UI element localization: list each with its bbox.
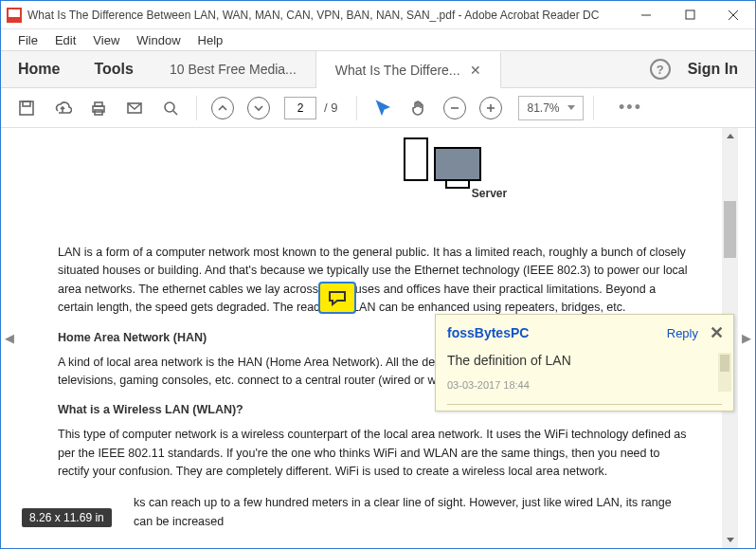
doc-tab-1[interactable]: 10 Best Free Media... bbox=[151, 51, 316, 87]
zoom-out-button[interactable] bbox=[439, 92, 471, 124]
menu-help[interactable]: Help bbox=[190, 32, 231, 48]
page-down-button[interactable] bbox=[243, 92, 275, 124]
menu-file[interactable]: File bbox=[10, 32, 45, 48]
monitor-icon bbox=[434, 147, 481, 181]
cloud-button[interactable] bbox=[46, 92, 79, 124]
minimize-button[interactable] bbox=[624, 1, 668, 29]
menu-view[interactable]: View bbox=[85, 32, 127, 48]
titlebar: What Is The Difference Between LAN, WAN,… bbox=[1, 1, 755, 29]
comment-body: The definition of LAN bbox=[436, 347, 733, 372]
svg-rect-1 bbox=[686, 10, 694, 19]
help-icon[interactable]: ? bbox=[650, 59, 671, 80]
svg-rect-7 bbox=[95, 102, 102, 106]
zoom-in-button[interactable] bbox=[475, 92, 507, 124]
page-number-input[interactable] bbox=[284, 97, 316, 119]
tab-tools[interactable]: Tools bbox=[77, 51, 150, 87]
zoom-select[interactable]: 81.7% bbox=[518, 96, 583, 120]
pointer-tool[interactable] bbox=[367, 92, 399, 124]
tab-row: Home Tools 10 Best Free Media... What Is… bbox=[1, 50, 755, 88]
maximize-button[interactable] bbox=[668, 1, 711, 29]
print-button[interactable] bbox=[82, 92, 115, 124]
save-button[interactable] bbox=[10, 92, 43, 124]
close-button[interactable] bbox=[711, 1, 755, 29]
adobe-icon bbox=[7, 8, 22, 23]
comment-date: 03-03-2017 18:44 bbox=[436, 372, 733, 400]
chevron-down-icon bbox=[567, 105, 575, 110]
right-panel-handle[interactable]: ▶ bbox=[738, 128, 755, 548]
hand-tool[interactable] bbox=[403, 92, 435, 124]
tab-home[interactable]: Home bbox=[1, 51, 77, 87]
comment-popup: fossBytesPC Reply ✕ The definition of LA… bbox=[435, 314, 734, 412]
sign-in-button[interactable]: Sign In bbox=[688, 61, 738, 78]
scroll-down-icon[interactable] bbox=[722, 532, 738, 548]
comment-close-button[interactable]: ✕ bbox=[710, 322, 724, 343]
window-title: What Is The Difference Between LAN, WAN,… bbox=[27, 9, 624, 22]
comment-reply-button[interactable]: Reply bbox=[667, 326, 698, 340]
scroll-thumb[interactable] bbox=[724, 201, 736, 258]
page-up-button[interactable] bbox=[207, 92, 239, 124]
page-total: / 9 bbox=[320, 101, 341, 115]
comment-author[interactable]: fossBytesPC bbox=[447, 325, 667, 340]
computer-tower-icon bbox=[404, 137, 428, 181]
page-indicator: / 9 bbox=[284, 97, 341, 119]
more-tools-button[interactable]: ••• bbox=[615, 92, 647, 124]
paragraph-4: ks can reach up to a few hundred meters … bbox=[134, 494, 693, 531]
toolbar: / 9 81.7% ••• bbox=[1, 88, 755, 128]
tab-close-icon[interactable]: ✕ bbox=[470, 63, 481, 78]
svg-point-10 bbox=[165, 102, 174, 112]
menu-window[interactable]: Window bbox=[129, 32, 188, 48]
app-window: What Is The Difference Between LAN, WAN,… bbox=[0, 0, 756, 549]
email-button[interactable] bbox=[118, 92, 151, 124]
sticky-note-annotation[interactable] bbox=[318, 282, 356, 314]
search-button[interactable] bbox=[154, 92, 187, 124]
scroll-up-icon[interactable] bbox=[722, 128, 738, 144]
server-label: Server bbox=[285, 187, 693, 200]
paragraph-3: This type of computer network is a wirel… bbox=[58, 426, 693, 481]
menubar: File Edit View Window Help bbox=[1, 29, 755, 50]
paragraph-1: LAN is a form of a computer network most… bbox=[58, 244, 693, 318]
left-panel-handle[interactable]: ◀ bbox=[1, 128, 18, 548]
doc-tab-2[interactable]: What Is The Differe... ✕ bbox=[316, 51, 501, 88]
svg-rect-5 bbox=[23, 101, 30, 106]
menu-edit[interactable]: Edit bbox=[47, 32, 83, 48]
comment-scrollbar[interactable] bbox=[718, 353, 731, 392]
page-dimensions-tooltip: 8.26 x 11.69 in bbox=[22, 508, 112, 527]
svg-rect-4 bbox=[20, 101, 33, 115]
svg-line-11 bbox=[173, 111, 177, 115]
